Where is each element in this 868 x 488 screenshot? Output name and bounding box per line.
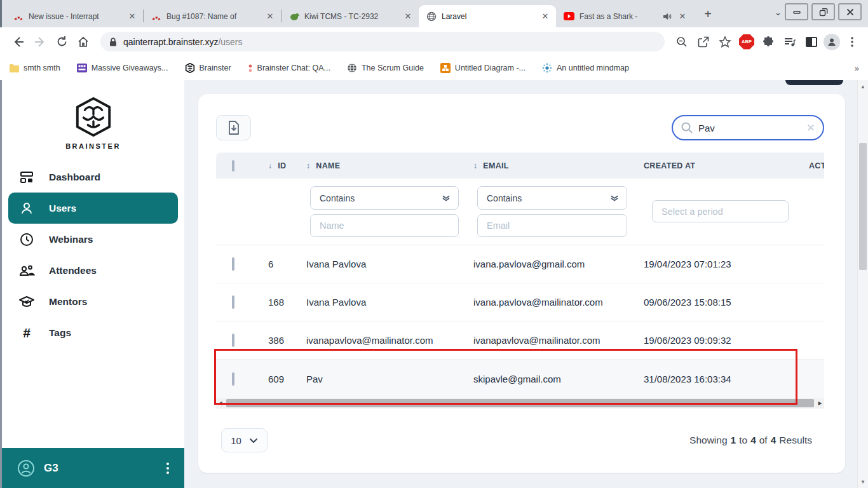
adblock-plus-icon[interactable]: ABP [737, 32, 756, 51]
audio-speaker-icon[interactable] [663, 13, 672, 20]
create-button-clipped[interactable] [785, 80, 843, 85]
tab-close-icon[interactable]: ✕ [677, 11, 688, 22]
tab-new-issue[interactable]: New issue - Interrapt ✕ [6, 5, 143, 27]
playlist-music-icon[interactable] [780, 32, 799, 51]
bookmark-star-icon[interactable] [715, 32, 735, 51]
bookmark-gog[interactable]: Massive Giveaways... [77, 63, 168, 73]
bookmarks-overflow-chevron[interactable]: » [855, 64, 859, 73]
window-close-button[interactable] [838, 3, 862, 20]
reload-icon[interactable] [52, 32, 71, 51]
back-icon[interactable] [9, 32, 28, 51]
email-operator-select[interactable]: Contains [477, 186, 627, 210]
globe-icon [347, 63, 357, 73]
export-button[interactable] [216, 115, 251, 140]
per-page-select[interactable]: 10 [221, 428, 268, 452]
cell-created-at: 09/06/2023 15:08:15 [644, 297, 796, 308]
bookmark-folder[interactable]: smth smth [9, 64, 60, 72]
profile-avatar[interactable] [824, 34, 840, 50]
horizontal-scrollbar[interactable]: ◀ ▶ [216, 398, 824, 409]
forward-icon[interactable] [31, 32, 50, 51]
users-card: ✕ ↓ ID ↕ NAME ↕ EMAI [198, 94, 845, 473]
cell-email: skipavle@gmail.com [473, 374, 644, 384]
sidebar-item-dashboard[interactable]: Dashboard [2, 161, 184, 193]
sidebar-item-tags[interactable]: # Tags [2, 317, 184, 348]
chat-dots-icon [248, 63, 253, 73]
table-row-highlighted[interactable]: 609 Pav skipavle@gmail.com 31/08/2023 16… [216, 360, 824, 398]
url-host: qainterrapt.brainster.xyz [123, 37, 218, 47]
column-header-actions: ACTIONS [796, 161, 824, 170]
name-filter-input[interactable] [310, 214, 459, 237]
scroll-right-arrow-icon[interactable]: ▶ [816, 400, 824, 406]
row-checkbox[interactable] [232, 372, 234, 386]
tab-close-icon[interactable]: ✕ [126, 11, 138, 22]
sort-both-icon[interactable]: ↕ [306, 161, 310, 170]
user-avatar-icon[interactable] [17, 459, 35, 477]
share-icon[interactable] [694, 32, 713, 51]
row-checkbox[interactable] [232, 334, 234, 347]
row-checkbox[interactable] [232, 295, 234, 309]
main-content: ✕ ↓ ID ↕ NAME ↕ EMAI [184, 80, 857, 488]
sidebar-footer: G3 [2, 448, 184, 488]
email-filter-input[interactable] [477, 214, 627, 237]
zoom-out-icon[interactable] [672, 32, 691, 51]
search-input[interactable] [698, 123, 801, 133]
cell-id: 168 [268, 297, 306, 308]
sidebar-item-mentors[interactable]: Mentors [2, 286, 184, 317]
bookmark-mindmap[interactable]: An untitled mindmap [542, 63, 629, 73]
browser-menu-kebab-icon[interactable] [843, 32, 862, 51]
table-row[interactable]: 6 Ivana Pavlova ivana.pavlova@gmail.com … [216, 245, 824, 283]
hash-icon: # [18, 325, 35, 341]
double-chevron-down-icon [442, 194, 451, 202]
bookmark-untitled-diagram[interactable]: Untitled Diagram -... [440, 63, 526, 73]
tab-search-chevron-icon[interactable]: ⌄ [775, 8, 782, 17]
horizontal-scrollbar-thumb[interactable] [226, 399, 814, 407]
name-operator-select[interactable]: Contains [310, 186, 459, 210]
column-header-name[interactable]: ↕ NAME [306, 161, 473, 170]
table-filter-row: Contains Contains [216, 179, 824, 245]
search-clear-icon[interactable]: ✕ [806, 121, 815, 135]
window-restore-button[interactable] [811, 3, 835, 20]
tab-close-icon[interactable]: ✕ [539, 11, 551, 22]
sort-both-icon[interactable]: ↕ [473, 161, 477, 170]
select-all-checkbox[interactable] [232, 160, 234, 172]
window-minimize-button[interactable] [785, 3, 808, 20]
table-row[interactable]: 168 Ivana Pavlova ivana.pavlova@mailinat… [216, 283, 824, 322]
side-panel-icon[interactable] [802, 32, 821, 51]
user-menu-kebab-icon[interactable] [166, 463, 169, 474]
tab-bug-1087[interactable]: Bug #1087: Name of ✕ [144, 5, 281, 27]
cell-id: 6 [268, 259, 306, 269]
tab-close-icon[interactable]: ✕ [402, 11, 414, 22]
scroll-down-arrow-icon[interactable]: ▼ [858, 477, 868, 487]
sidebar: BRAINSTER Dashboard Users Webinars [2, 80, 184, 488]
tab-title: Fast as a Shark - [580, 12, 658, 21]
bookmark-brainster-chat[interactable]: Brainster Chat: QA... [248, 63, 330, 73]
export-download-icon [227, 120, 241, 135]
page-scrollbar-thumb[interactable] [859, 143, 867, 270]
sidebar-item-webinars[interactable]: Webinars [2, 224, 184, 255]
brand-name: BRAINSTER [65, 142, 121, 150]
column-header-id[interactable]: ↓ ID [268, 161, 306, 170]
column-header-email[interactable]: ↕ EMAIL [473, 161, 644, 170]
bookmark-scrum-guide[interactable]: The Scrum Guide [347, 63, 424, 73]
extensions-puzzle-icon[interactable] [759, 32, 778, 51]
scroll-left-arrow-icon[interactable]: ◀ [216, 400, 224, 406]
page-scrollbar[interactable]: ▲ ▼ [857, 80, 868, 488]
bookmark-brainster[interactable]: Brainster [185, 63, 231, 73]
table-row[interactable]: 386 ivanapavlova@mailinator.com ivanapav… [216, 322, 824, 360]
url-field[interactable]: qainterrapt.brainster.xyz/users [100, 32, 665, 51]
sort-desc-icon[interactable]: ↓ [268, 161, 272, 170]
home-icon[interactable] [74, 32, 93, 51]
tab-laravel-active[interactable]: Laravel ✕ [419, 5, 556, 27]
period-filter-input[interactable] [652, 200, 789, 222]
sidebar-item-attendees[interactable]: Attendees [2, 255, 184, 286]
tab-title: Kiwi TCMS - TC-2932 [304, 12, 397, 21]
tab-youtube[interactable]: Fast as a Shark - ✕ [556, 5, 693, 27]
tab-close-icon[interactable]: ✕ [264, 11, 276, 22]
diagram-icon [440, 63, 451, 73]
scroll-up-arrow-icon[interactable]: ▲ [858, 81, 868, 92]
sidebar-item-users[interactable]: Users [8, 193, 178, 224]
tab-kiwi-tcms[interactable]: Kiwi TCMS - TC-2932 ✕ [281, 5, 419, 27]
new-tab-button[interactable]: + [700, 6, 716, 22]
row-checkbox[interactable] [232, 257, 234, 271]
cell-name: Ivana Pavlova [306, 297, 473, 308]
